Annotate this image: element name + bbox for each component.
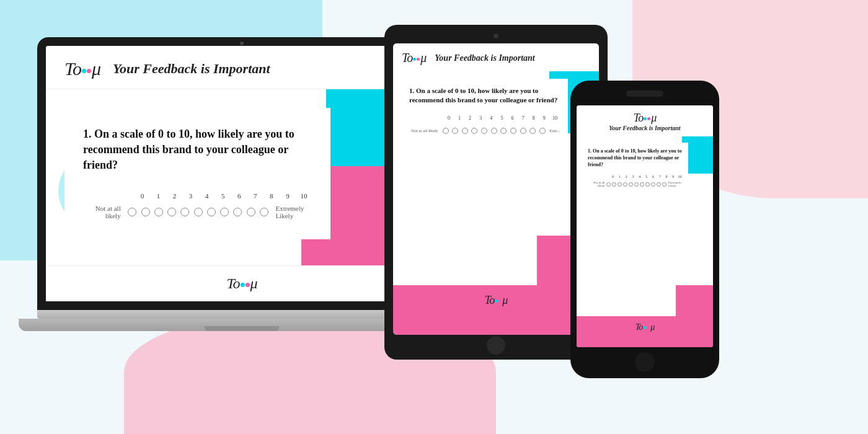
phone-camera — [626, 91, 663, 97]
scale-label-not-likely-laptop: Not at all likely — [83, 205, 121, 219]
scale-container-tablet: 0 1 2 3 4 5 6 7 8 9 — [409, 115, 560, 137]
t-radio-6[interactable] — [499, 125, 509, 137]
radio-8[interactable] — [231, 203, 244, 221]
p-radio-1[interactable] — [611, 180, 617, 188]
logo-tablet: Toμ — [402, 51, 426, 65]
scale-radios-laptop: Not at all likely — [83, 203, 312, 221]
t-radio-0[interactable] — [441, 125, 451, 137]
scale-radios-tablet: Not at all likely — [409, 125, 560, 137]
p-radio-9[interactable] — [656, 180, 662, 188]
p-radio-0[interactable] — [606, 180, 612, 188]
logo-footer-tablet: Toμ — [485, 294, 507, 307]
tablet-screen: Toμ Your Feedback is Important 1. On a s… — [393, 43, 599, 335]
t-radio-7[interactable] — [508, 125, 518, 137]
scale-numbers-laptop: 0 1 2 3 4 5 6 7 8 9 — [83, 192, 312, 200]
t-radio-4[interactable] — [479, 125, 489, 137]
survey-title-phone: Your Feedback is Important — [583, 125, 707, 131]
logo-footer-phone: Toμ — [636, 322, 655, 332]
phone-device: Toμ Your Feedback is Important 1. On a s… — [570, 81, 719, 384]
survey-body-laptop: 1. On a scale of 0 to 10, how likely are… — [46, 89, 438, 265]
radio-5[interactable] — [192, 203, 205, 221]
p-radio-4[interactable] — [628, 180, 634, 188]
p-radio-6[interactable] — [639, 180, 645, 188]
logo-phone: Toμ — [583, 112, 707, 125]
p-radio-8[interactable] — [650, 180, 656, 188]
radio-0[interactable] — [126, 203, 139, 221]
survey-header-tablet: Toμ Your Feedback is Important — [393, 43, 599, 71]
radio-2[interactable] — [152, 203, 165, 221]
question-text-laptop: 1. On a scale of 0 to 10, how likely are… — [83, 126, 312, 174]
scale-label-not-likely-tablet: Not at all likely — [409, 128, 438, 133]
scene: Toμ Your Feedback is Important 1. On a s… — [0, 0, 868, 434]
phone-screen: Toμ Your Feedback is Important 1. On a s… — [577, 105, 713, 347]
scale-num-10: 10 — [296, 192, 312, 200]
survey-bg-pink-phone — [676, 285, 713, 316]
logo-laptop: Toμ — [64, 58, 100, 79]
p-radio-2[interactable] — [617, 180, 622, 188]
survey-footer-laptop: Toμ — [46, 265, 438, 301]
scale-container-phone: 0 1 2 3 4 5 6 7 8 9 — [588, 175, 683, 188]
scale-num-0: 0 — [134, 192, 150, 200]
radio-1[interactable] — [139, 203, 152, 221]
p-radio-5[interactable] — [634, 180, 639, 188]
scale-numbers-tablet: 0 1 2 3 4 5 6 7 8 9 — [409, 115, 560, 121]
p-radio-7[interactable] — [645, 180, 650, 188]
scale-num-5: 5 — [215, 192, 231, 200]
survey-footer-tablet: Toμ — [393, 285, 599, 335]
t-radio-1[interactable] — [450, 125, 460, 137]
radio-7[interactable] — [218, 203, 231, 221]
survey-header-phone: Toμ Your Feedback is Important — [577, 105, 713, 136]
survey-tablet: Toμ Your Feedback is Important 1. On a s… — [393, 43, 599, 335]
tablet-home-button — [487, 336, 505, 355]
phone-home-button — [635, 352, 655, 372]
scale-container-laptop: 0 1 2 3 4 5 6 7 8 9 — [83, 192, 312, 221]
survey-footer-phone: Toμ — [577, 316, 713, 347]
phone-outer: Toμ Your Feedback is Important 1. On a s… — [570, 81, 719, 378]
t-radio-9[interactable] — [528, 125, 538, 137]
radio-3[interactable] — [165, 203, 178, 221]
t-radio-3[interactable] — [470, 125, 480, 137]
p-radio-10[interactable] — [662, 180, 667, 188]
scale-num-8: 8 — [264, 192, 280, 200]
tablet-camera — [494, 33, 498, 38]
question-text-tablet: 1. On a scale of 0 to 10, how likely are… — [409, 86, 560, 105]
laptop-screen-inner: Toμ Your Feedback is Important 1. On a s… — [46, 46, 438, 301]
survey-title-tablet: Your Feedback is Important — [435, 53, 534, 63]
scale-num-1: 1 — [150, 192, 166, 200]
survey-body-tablet: 1. On a scale of 0 to 10, how likely are… — [393, 71, 599, 285]
scale-label-extremely-laptop: Extremely Likely — [275, 205, 312, 219]
scale-num-9: 9 — [280, 192, 296, 200]
scale-label-extremely-phone: Extremely Likely — [668, 181, 683, 187]
question-text-phone: 1. On a scale of 0 to 10, how likely are… — [588, 148, 683, 169]
scale-label-not-likely-phone: Not at all likely — [588, 181, 605, 187]
radio-4[interactable] — [179, 203, 192, 221]
t-radio-2[interactable] — [460, 125, 470, 137]
scale-num-3: 3 — [183, 192, 199, 200]
radio-6[interactable] — [205, 203, 218, 221]
scale-num-7: 7 — [247, 192, 264, 200]
logo-footer-laptop: Toμ — [226, 275, 257, 292]
radio-10[interactable] — [257, 203, 270, 221]
survey-content-tablet: 1. On a scale of 0 to 10, how likely are… — [402, 79, 568, 144]
t-radio-5[interactable] — [489, 125, 499, 137]
survey-content-laptop: 1. On a scale of 0 to 10, how likely are… — [64, 108, 330, 239]
scale-num-2: 2 — [167, 192, 183, 200]
scale-num-4: 4 — [199, 192, 215, 200]
scale-numbers-phone: 0 1 2 3 4 5 6 7 8 9 — [588, 175, 683, 179]
survey-laptop: Toμ Your Feedback is Important 1. On a s… — [46, 46, 438, 301]
t-radio-10[interactable] — [538, 125, 547, 137]
survey-header-laptop: Toμ Your Feedback is Important — [46, 46, 438, 89]
t-radio-8[interactable] — [518, 125, 528, 137]
survey-content-phone: 1. On a scale of 0 to 10, how likely are… — [583, 143, 688, 193]
survey-body-phone: 1. On a scale of 0 to 10, how likely are… — [577, 136, 713, 316]
scale-label-extremely-tablet: Extr... — [550, 128, 560, 133]
scale-num-6: 6 — [231, 192, 247, 200]
radio-9[interactable] — [244, 203, 257, 221]
survey-phone: Toμ Your Feedback is Important 1. On a s… — [577, 105, 713, 347]
survey-title-laptop: Your Feedback is Important — [113, 61, 270, 77]
laptop-camera — [240, 42, 244, 45]
scale-radios-phone: Not at all likely — [588, 180, 683, 188]
p-radio-3[interactable] — [622, 180, 628, 188]
